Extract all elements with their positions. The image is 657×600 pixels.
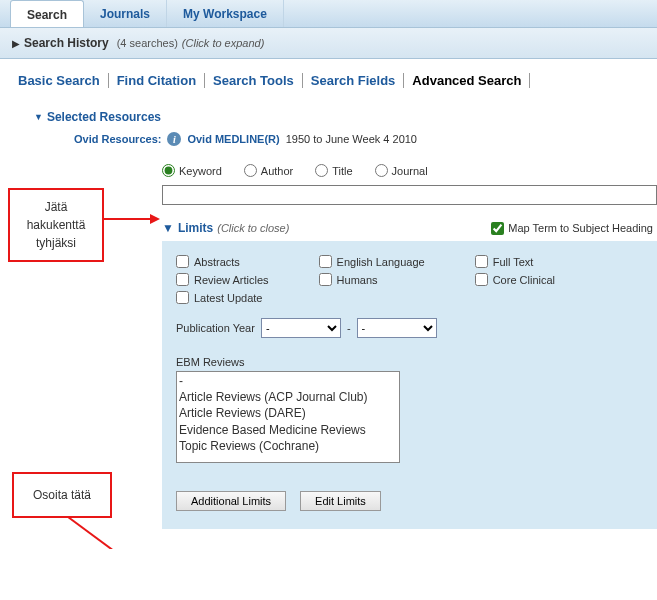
ebm-option[interactable]: Article Reviews (ACP Journal Club)	[179, 389, 397, 405]
collapse-icon: ▼	[34, 112, 43, 122]
resource-name[interactable]: Ovid MEDLINE(R)	[187, 133, 279, 145]
search-input[interactable]	[162, 185, 657, 205]
search-history-bar[interactable]: ▶ Search History (4 searches) (Click to …	[0, 28, 657, 59]
subtab-advanced[interactable]: Advanced Search	[404, 73, 530, 88]
chk-fulltext[interactable]: Full Text	[475, 255, 555, 268]
sub-tab-bar: Basic Search Find Citation Search Tools …	[0, 59, 657, 94]
main-tab-bar: Search Journals My Workspace	[0, 0, 657, 28]
resource-range: 1950 to June Week 4 2010	[286, 133, 417, 145]
subtab-fields[interactable]: Search Fields	[303, 73, 405, 88]
radio-keyword[interactable]: Keyword	[162, 164, 222, 177]
ebm-option[interactable]: Article Reviews (DARE)	[179, 405, 397, 421]
pubyear-from[interactable]: -	[261, 318, 341, 338]
history-title: Search History	[24, 36, 109, 50]
ebm-option[interactable]: -	[179, 373, 397, 389]
svg-line-2	[64, 514, 164, 549]
edit-limits-button[interactable]: Edit Limits	[300, 491, 381, 511]
limits-toggle[interactable]: ▼ Limits (Click to close)	[162, 221, 289, 235]
chk-english[interactable]: English Language	[319, 255, 425, 268]
resource-label: Ovid Resources:	[74, 133, 161, 145]
pubyear-row: Publication Year - - -	[176, 318, 643, 338]
callout-leave-empty: Jätä hakukenttä tyhjäksi	[8, 188, 104, 262]
chk-humans[interactable]: Humans	[319, 273, 425, 286]
tab-search[interactable]: Search	[10, 0, 84, 27]
chk-latest[interactable]: Latest Update	[176, 291, 269, 304]
ebm-label: EBM Reviews	[176, 356, 643, 368]
expand-icon: ▶	[12, 38, 20, 49]
tab-workspace[interactable]: My Workspace	[167, 0, 284, 27]
limits-panel: Abstracts Review Articles Latest Update …	[162, 241, 657, 529]
tab-journals[interactable]: Journals	[84, 0, 167, 27]
radio-author[interactable]: Author	[244, 164, 293, 177]
history-count: (4 searches)	[117, 37, 178, 49]
resource-line: Ovid Resources: i Ovid MEDLINE(R) 1950 t…	[14, 132, 657, 146]
info-icon[interactable]: i	[167, 132, 181, 146]
selected-resources-header[interactable]: ▼ Selected Resources	[14, 104, 657, 132]
arrow-icon	[104, 212, 160, 226]
radio-journal[interactable]: Journal	[375, 164, 428, 177]
subtab-citation[interactable]: Find Citation	[109, 73, 205, 88]
callout-point-this: Osoita tätä	[12, 472, 112, 518]
search-type-radios: Keyword Author Title Journal	[162, 164, 657, 177]
subtab-tools[interactable]: Search Tools	[205, 73, 303, 88]
additional-limits-button[interactable]: Additional Limits	[176, 491, 286, 511]
ebm-option[interactable]: Topic Reviews (Cochrane)	[179, 438, 397, 454]
chk-abstracts[interactable]: Abstracts	[176, 255, 269, 268]
history-expand-hint: (Click to expand)	[182, 37, 265, 49]
collapse-icon: ▼	[162, 221, 174, 235]
map-term-checkbox[interactable]: Map Term to Subject Heading	[491, 222, 653, 235]
chk-review[interactable]: Review Articles	[176, 273, 269, 286]
radio-title[interactable]: Title	[315, 164, 352, 177]
svg-marker-1	[150, 214, 160, 224]
pubyear-to[interactable]: -	[357, 318, 437, 338]
subtab-basic[interactable]: Basic Search	[14, 73, 109, 88]
ebm-option[interactable]: Evidence Based Medicine Reviews	[179, 422, 397, 438]
chk-core[interactable]: Core Clinical	[475, 273, 555, 286]
ebm-listbox[interactable]: - Article Reviews (ACP Journal Club) Art…	[176, 371, 400, 463]
pubyear-label: Publication Year	[176, 322, 255, 334]
